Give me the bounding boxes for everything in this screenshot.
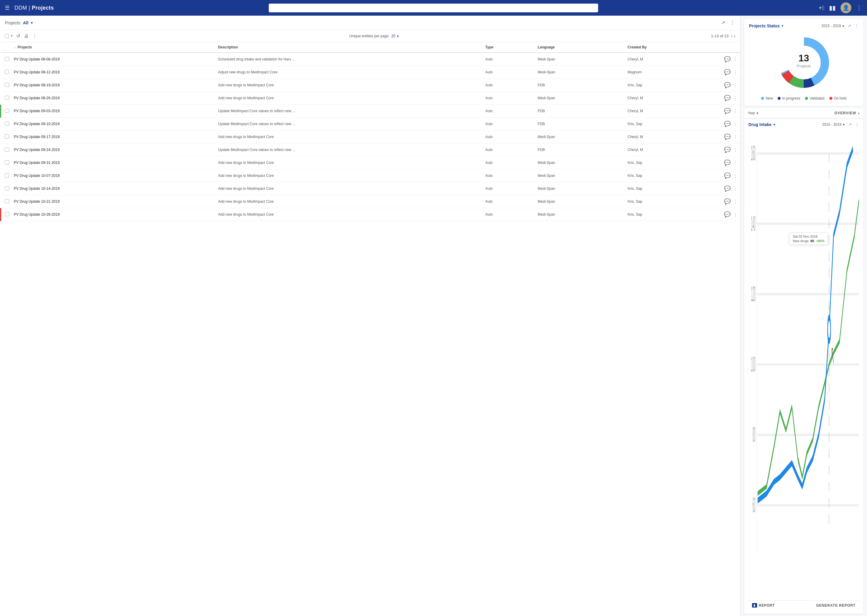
table-row: PV Drug Update 10-07-2019 Add new drugs …: [1, 169, 740, 182]
drug-year-range-selector[interactable]: 2015 - 2019 ▼: [822, 123, 845, 127]
row-menu-icon[interactable]: ⋮: [733, 134, 738, 140]
title-separator: |: [28, 5, 32, 11]
menu-icon[interactable]: ☰: [5, 5, 9, 11]
row-checkbox[interactable]: [5, 70, 9, 74]
row-checkbox[interactable]: [5, 96, 9, 100]
checkbox-all-container: ▼: [5, 34, 13, 38]
report-icon: ▮: [752, 603, 757, 608]
table-row: PV Drug Update 10-28-2019 Add new drugs …: [1, 208, 740, 221]
row-type: Auto: [483, 79, 535, 92]
search-input[interactable]: [269, 4, 598, 13]
row-menu-icon[interactable]: ⋮: [733, 160, 738, 166]
chart-icon[interactable]: ▮▮: [829, 4, 836, 11]
projects-text: Projects:: [5, 20, 21, 25]
print-icon[interactable]: 🖨: [23, 33, 29, 39]
projects-status-title[interactable]: Projects Status ▼: [749, 24, 784, 28]
col-description[interactable]: Description: [216, 42, 483, 53]
cursor-icon: ↖: [831, 339, 834, 371]
per-page-select[interactable]: 20 ▼: [391, 34, 399, 38]
projects-filter-all[interactable]: All: [23, 20, 28, 25]
row-menu-icon[interactable]: ⋮: [733, 199, 738, 204]
col-type[interactable]: Type: [483, 42, 535, 53]
more-options-icon[interactable]: ⋮: [856, 4, 862, 11]
row-menu-icon[interactable]: ⋮: [733, 108, 738, 114]
comment-icon[interactable]: 💬: [724, 159, 731, 166]
row-checkbox[interactable]: [5, 160, 9, 165]
row-checkbox[interactable]: [5, 134, 9, 139]
y-label-80: 80: [753, 423, 756, 447]
row-checkbox[interactable]: [5, 148, 9, 152]
row-menu-icon[interactable]: ⋮: [733, 69, 738, 75]
toolbar-more-icon[interactable]: ⋮: [32, 33, 38, 39]
comment-icon[interactable]: 💬: [724, 172, 731, 179]
row-checkbox[interactable]: [5, 186, 9, 190]
row-menu-icon[interactable]: ⋮: [733, 121, 738, 127]
row-language: Medi-Span: [535, 130, 625, 143]
row-checkbox[interactable]: [5, 173, 9, 178]
legend-item-new: New: [761, 96, 773, 101]
col-created-by[interactable]: Created By: [625, 42, 722, 53]
row-checkbox[interactable]: [5, 83, 9, 87]
overview-button[interactable]: OVERVIEW ›: [834, 111, 860, 115]
col-projects[interactable]: ↓ Projects: [11, 42, 216, 53]
drug-more-icon[interactable]: ⋮: [855, 122, 859, 127]
table-row: PV Drug Update 10-21-2019 Add new drugs …: [1, 195, 740, 208]
filter-chevron-icon[interactable]: ▼: [30, 21, 33, 25]
more-icon[interactable]: ⋮: [730, 19, 735, 26]
row-checkbox[interactable]: [5, 212, 9, 216]
drug-export-icon[interactable]: ↗: [848, 122, 852, 127]
row-language: FDB: [535, 105, 625, 118]
row-menu-icon[interactable]: ⋮: [733, 57, 738, 62]
comment-icon[interactable]: 💬: [724, 134, 731, 140]
row-menu-icon[interactable]: ⋮: [733, 212, 738, 217]
pagination-arrows: ‹ ›: [731, 33, 735, 39]
drug-intake-title[interactable]: Drug Intake ▼: [749, 122, 776, 127]
comment-icon[interactable]: 💬: [724, 108, 731, 114]
comment-icon[interactable]: 💬: [724, 121, 731, 127]
card-more-icon[interactable]: ⋮: [854, 24, 859, 28]
row-description: Add new drugs to MedImpact Core: [216, 79, 483, 92]
comment-icon[interactable]: 💬: [724, 146, 731, 153]
row-checkbox[interactable]: [5, 121, 9, 126]
avatar[interactable]: 👤: [840, 2, 851, 13]
comment-icon[interactable]: 💬: [724, 185, 731, 192]
comment-icon[interactable]: 💬: [724, 56, 731, 63]
col-language[interactable]: Language: [535, 42, 625, 53]
next-page-button[interactable]: ›: [734, 33, 735, 39]
select-all-checkbox[interactable]: [5, 34, 9, 38]
row-checkbox-cell: [1, 182, 11, 195]
checkbox-dropdown-icon[interactable]: ▼: [10, 34, 13, 38]
row-checkbox[interactable]: [5, 199, 9, 203]
add-icon[interactable]: +⃝: [818, 5, 824, 11]
row-menu-icon[interactable]: ⋮: [733, 173, 738, 179]
app-title: DDM | Projects: [14, 5, 54, 11]
year-range-selector[interactable]: 2015 - 2019 ▼: [821, 24, 845, 28]
row-type: Auto: [483, 143, 535, 156]
row-checkbox[interactable]: [5, 57, 9, 61]
row-menu-icon[interactable]: ⋮: [733, 186, 738, 192]
comment-icon[interactable]: 💬: [724, 82, 731, 88]
row-language: Medi-Span: [535, 169, 625, 182]
row-menu-icon[interactable]: ⋮: [733, 95, 738, 101]
refresh-icon[interactable]: ↺: [16, 33, 21, 39]
generate-report-button[interactable]: GENERATE REPORT: [816, 603, 856, 608]
legend-dot-inprogress: [777, 97, 780, 100]
row-menu-icon[interactable]: ⋮: [733, 82, 738, 88]
legend-item-inprogress: In progress: [777, 96, 800, 101]
export-icon[interactable]: ↗: [848, 24, 851, 28]
row-checkbox[interactable]: [5, 108, 9, 113]
prev-page-button[interactable]: ‹: [731, 33, 733, 39]
comment-icon[interactable]: 💬: [724, 211, 731, 218]
table-body: PV Drug Update 08-06-2019 Scheduled drug…: [1, 53, 740, 221]
search-bar[interactable]: [269, 4, 598, 13]
comment-icon[interactable]: 💬: [724, 95, 731, 101]
expand-icon[interactable]: ↗: [721, 19, 726, 26]
year-selector[interactable]: Year ▼: [748, 111, 759, 115]
comment-icon[interactable]: 💬: [724, 198, 731, 205]
row-menu-icon[interactable]: ⋮: [733, 147, 738, 153]
top-navigation: ☰ DDM | Projects +⃝ ▮▮ 👤 ⋮: [0, 0, 867, 16]
legend-label-validated: Validated: [810, 96, 824, 101]
report-button[interactable]: ▮ REPORT: [752, 603, 775, 608]
comment-icon[interactable]: 💬: [724, 69, 731, 75]
row-project-name: PV Drug Update 08-12-2019: [11, 66, 216, 79]
